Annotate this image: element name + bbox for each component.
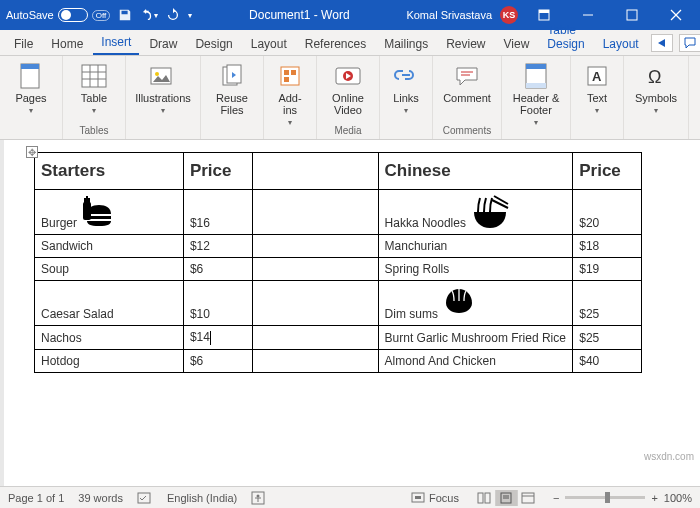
table-button[interactable]: Table▾: [69, 60, 119, 117]
table-row[interactable]: Sandwich$12Manchurian$18: [35, 235, 642, 258]
cell-price[interactable]: $16: [183, 190, 252, 235]
tab-mailings[interactable]: Mailings: [376, 33, 436, 55]
svg-point-14: [155, 72, 159, 76]
tab-draw[interactable]: Draw: [141, 33, 185, 55]
dimsum-icon: [442, 285, 478, 321]
save-icon[interactable]: [116, 6, 134, 24]
tab-view[interactable]: View: [496, 33, 538, 55]
header-footer-button[interactable]: Header & Footer▾: [508, 60, 564, 129]
cell-name[interactable]: Burger: [35, 190, 184, 235]
cell-name[interactable]: Burnt Garlic Mushroom Fried Rice: [378, 326, 573, 350]
cell-price[interactable]: $12: [183, 235, 252, 258]
cell-name[interactable]: Almond And Chicken: [378, 349, 573, 372]
web-layout-icon[interactable]: [517, 490, 539, 506]
cell-price[interactable]: $6: [183, 258, 252, 281]
cell-name[interactable]: Dim sums: [378, 281, 573, 326]
cell-name[interactable]: Caesar Salad: [35, 281, 184, 326]
status-language[interactable]: English (India): [167, 492, 237, 504]
header-price-left[interactable]: Price: [183, 153, 252, 190]
spellcheck-icon[interactable]: [137, 491, 153, 505]
cell-price[interactable]: $25: [573, 281, 642, 326]
tab-table-design[interactable]: Table Design: [539, 19, 592, 55]
user-avatar[interactable]: KS: [500, 6, 518, 24]
header-chinese[interactable]: Chinese: [378, 153, 573, 190]
tab-insert[interactable]: Insert: [93, 31, 139, 55]
accessibility-icon[interactable]: [251, 491, 265, 505]
zoom-out-icon[interactable]: −: [553, 492, 559, 504]
table-row[interactable]: Burger$16Hakka Noodles$20: [35, 190, 642, 235]
svg-rect-47: [522, 493, 534, 503]
group-media: Media: [323, 124, 373, 137]
cell-price[interactable]: $18: [573, 235, 642, 258]
menu-table[interactable]: Starters Price Chinese Price Burger$16Ha…: [34, 152, 642, 373]
comment-button[interactable]: Comment: [439, 60, 495, 106]
cell-name[interactable]: Hakka Noodles: [378, 190, 573, 235]
links-button[interactable]: Links▾: [386, 60, 426, 117]
tab-layout[interactable]: Layout: [243, 33, 295, 55]
cell-name[interactable]: Manchurian: [378, 235, 573, 258]
online-video-button[interactable]: Online Video: [323, 60, 373, 118]
share-icon[interactable]: [651, 34, 673, 52]
cell-name[interactable]: Sandwich: [35, 235, 184, 258]
zoom-slider[interactable]: [565, 496, 645, 499]
group-tables: Tables: [69, 124, 119, 137]
tab-references[interactable]: References: [297, 33, 374, 55]
autosave-toggle[interactable]: AutoSave Off: [6, 8, 110, 22]
svg-text:A: A: [592, 69, 602, 84]
maximize-icon[interactable]: [614, 0, 650, 30]
pages-button[interactable]: Pages▾: [6, 60, 56, 117]
table-row[interactable]: Hotdog$6Almond And Chicken$40: [35, 349, 642, 372]
text-button[interactable]: A Text▾: [577, 60, 617, 117]
watermark: wsxdn.com: [644, 451, 694, 462]
toggle-off-icon: [58, 8, 88, 22]
table-row[interactable]: Soup$6Spring Rolls$19: [35, 258, 642, 281]
zoom-level[interactable]: 100%: [664, 492, 692, 504]
header-price-right[interactable]: Price: [573, 153, 642, 190]
cell-name[interactable]: Soup: [35, 258, 184, 281]
status-page[interactable]: Page 1 of 1: [8, 492, 64, 504]
read-mode-icon[interactable]: [473, 490, 495, 506]
user-name[interactable]: Komal Srivastava: [406, 9, 492, 21]
document-area[interactable]: ✥ Starters Price Chinese Price Burger$16…: [0, 140, 700, 486]
status-bar: Page 1 of 1 39 words English (India) Foc…: [0, 486, 700, 508]
cell-price[interactable]: $40: [573, 349, 642, 372]
table-row[interactable]: Caesar Salad$10Dim sums$25: [35, 281, 642, 326]
tab-review[interactable]: Review: [438, 33, 493, 55]
title-bar: AutoSave Off ▾ ▾ Document1 - Word Komal …: [0, 0, 700, 30]
svg-rect-20: [284, 77, 289, 82]
tab-file[interactable]: File: [6, 33, 41, 55]
redo-icon[interactable]: [164, 6, 182, 24]
cell-price[interactable]: $10: [183, 281, 252, 326]
cell-price[interactable]: $6: [183, 349, 252, 372]
cell-name[interactable]: Spring Rolls: [378, 258, 573, 281]
symbols-button[interactable]: Ω Symbols▾: [630, 60, 682, 117]
status-words[interactable]: 39 words: [78, 492, 123, 504]
illustrations-button[interactable]: Illustrations▾: [132, 60, 194, 117]
cell-name[interactable]: Nachos: [35, 326, 184, 350]
autosave-label: AutoSave: [6, 9, 54, 21]
cell-price[interactable]: $19: [573, 258, 642, 281]
reuse-files-icon: [218, 62, 246, 90]
print-layout-icon[interactable]: [495, 490, 517, 506]
cell-price[interactable]: $20: [573, 190, 642, 235]
pages-icon: [17, 62, 45, 90]
tab-home[interactable]: Home: [43, 33, 91, 55]
table-row[interactable]: Nachos$14Burnt Garlic Mushroom Fried Ric…: [35, 326, 642, 350]
comments-pane-icon[interactable]: [679, 34, 700, 52]
reuse-files-button[interactable]: Reuse Files: [207, 60, 257, 118]
tab-table-layout[interactable]: Layout: [595, 33, 647, 55]
addins-button[interactable]: Add- ins▾: [270, 60, 310, 129]
cell-price[interactable]: $25: [573, 326, 642, 350]
zoom-control[interactable]: − + 100%: [553, 492, 692, 504]
noodles-icon: [470, 194, 506, 230]
zoom-in-icon[interactable]: +: [651, 492, 657, 504]
focus-mode[interactable]: Focus: [411, 492, 459, 504]
cell-price[interactable]: $14: [183, 326, 252, 350]
close-icon[interactable]: [658, 0, 694, 30]
autosave-state: Off: [92, 10, 111, 21]
cell-name[interactable]: Hotdog: [35, 349, 184, 372]
tab-design[interactable]: Design: [187, 33, 240, 55]
undo-icon[interactable]: ▾: [140, 6, 158, 24]
header-starters[interactable]: Starters: [35, 153, 184, 190]
table-move-handle-icon[interactable]: ✥: [26, 146, 38, 158]
